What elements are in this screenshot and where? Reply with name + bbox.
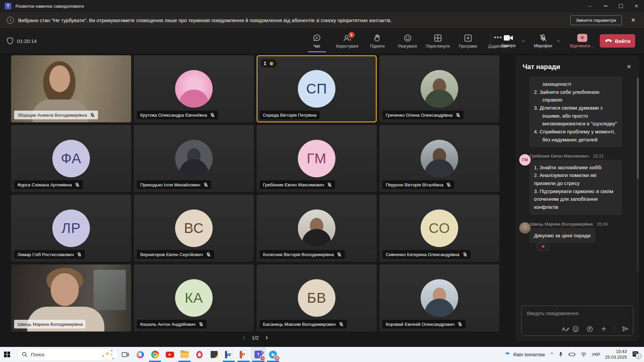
participant-tile[interactable]: Перунок Вікторія Віталіївна bbox=[379, 125, 499, 192]
window-title: Розвиток навичок самодопомоги bbox=[15, 4, 84, 9]
participant-tile[interactable]: ГМ Гребінник Євген Максимович bbox=[257, 125, 377, 192]
grid-pagination: ‹ 1/2 › bbox=[243, 334, 268, 341]
window-maximize-button[interactable] bbox=[613, 0, 629, 12]
tab-apps[interactable]: Програми bbox=[453, 28, 483, 54]
teams-button[interactable]: T 4 bbox=[251, 347, 266, 362]
umbrella-rain-icon: ☂ bbox=[504, 351, 510, 358]
search-highlights-sparkle-icon[interactable]: ✦✦✦ bbox=[102, 351, 112, 359]
tab-react[interactable]: Реагувати bbox=[392, 28, 423, 54]
change-settings-button[interactable]: Змінити параметри bbox=[570, 15, 622, 25]
tab-participants[interactable]: 1 Користувачі bbox=[332, 28, 362, 54]
tab-label: Підняти bbox=[370, 44, 385, 49]
recall-button[interactable]: ✕ Відкликати ... bbox=[567, 28, 598, 54]
message-bubble: Дякуємо за цінні поради bbox=[529, 228, 595, 243]
people-icon: 1 bbox=[343, 34, 352, 42]
chat-input-box[interactable]: Введіть повідомлення A bbox=[521, 306, 633, 336]
participant-grid: Зборщик Анжела Володимирівна Крутова Оле… bbox=[11, 55, 499, 331]
page-prev-icon[interactable]: ‹ bbox=[243, 334, 245, 341]
camera-dropdown-chevron-icon[interactable]: ⌄ bbox=[521, 38, 526, 43]
chat-message-list[interactable]: захищеності 2. Зайняти себе улюбленою сп… bbox=[519, 76, 635, 302]
participant-name: Приходько Ілля Михайлович bbox=[140, 182, 200, 187]
taskbar-clock[interactable]: 15:43 25.03.2025 bbox=[605, 349, 627, 360]
mic-muted-icon bbox=[446, 182, 451, 187]
word-button[interactable]: W bbox=[221, 347, 236, 362]
participants-count-badge: 1 bbox=[348, 31, 355, 39]
search-placeholder: Поиск bbox=[31, 352, 44, 357]
participant-tile[interactable]: ВС Вернигоров Євген Сергійович bbox=[134, 195, 254, 262]
tab-chat[interactable]: Чат bbox=[302, 28, 332, 54]
window-close-button[interactable]: ✕ bbox=[629, 0, 644, 12]
chat-close-icon[interactable]: ✕ bbox=[623, 62, 635, 72]
tab-label: Програми bbox=[459, 44, 477, 49]
participant-tile[interactable]: Колесник Вікторія Володимирівна bbox=[257, 195, 377, 262]
copilot-button[interactable] bbox=[133, 347, 148, 362]
attach-plus-icon[interactable] bbox=[600, 325, 607, 332]
mic-muted-icon bbox=[337, 252, 342, 257]
loop-component-icon[interactable] bbox=[586, 325, 593, 333]
tab-view[interactable]: Переглянути bbox=[423, 28, 453, 54]
participant-tile[interactable]: Крутова Олександра Євгеніївна bbox=[134, 55, 254, 122]
tray-mic-icon[interactable] bbox=[558, 352, 563, 358]
participant-tile-raised-hand[interactable]: 1 СП Середа Вікторія Петрівна bbox=[257, 55, 377, 122]
format-icon[interactable]: A bbox=[562, 326, 565, 331]
tray-battery-icon[interactable] bbox=[568, 352, 576, 357]
notification-center-button[interactable]: 1 bbox=[633, 351, 640, 358]
page-next-icon[interactable]: › bbox=[265, 334, 268, 341]
emoji-icon[interactable] bbox=[572, 325, 579, 333]
participant-tile[interactable]: Приходько Ілля Михайлович bbox=[134, 125, 254, 192]
start-button[interactable] bbox=[0, 347, 14, 362]
participant-tile[interactable]: Коровай Євгеній Олександрович bbox=[379, 264, 499, 331]
weather-widget[interactable]: ☂ Rain tomorrow bbox=[504, 351, 545, 358]
weather-text: Rain tomorrow bbox=[513, 352, 545, 357]
participant-name: Вернигоров Євген Сергійович bbox=[140, 252, 203, 257]
participant-tile[interactable]: Греченко Олена Олександрівна bbox=[379, 55, 499, 122]
heart-reaction-badge[interactable]: ♥ bbox=[537, 242, 549, 251]
participant-tile[interactable]: СО Сивченко Катерина Олександрівна bbox=[379, 195, 499, 262]
camera-icon bbox=[503, 34, 514, 42]
grid-view-icon bbox=[434, 34, 442, 42]
participant-initials-avatar: ЛР bbox=[52, 209, 90, 247]
youtube-button[interactable] bbox=[162, 347, 177, 362]
file-explorer-button[interactable] bbox=[177, 347, 192, 362]
meeting-toolbar: 01:20:14 Чат 1 Користувачі Підняти bbox=[0, 28, 644, 54]
tray-wifi-icon[interactable] bbox=[581, 352, 587, 357]
taskbar-search-box[interactable]: Поиск ✦✦✦ bbox=[17, 349, 118, 361]
participant-tile[interactable]: КА Кошель Антон Андрійович bbox=[134, 264, 254, 331]
meeting-chat-panel: Чат наради ✕ захищеності 2. Зайняти себе… bbox=[515, 56, 639, 341]
window-more-button[interactable]: ⋯ bbox=[582, 0, 598, 12]
chat-bubble-icon bbox=[313, 34, 321, 42]
participant-tile[interactable]: ЛР Лимар Гліб Ростиславович bbox=[11, 195, 131, 262]
mic-dropdown-chevron-icon[interactable]: ⌄ bbox=[556, 38, 561, 43]
powerpoint-button[interactable]: P bbox=[236, 347, 251, 362]
microphone-button[interactable]: Мікрофон bbox=[530, 28, 556, 54]
participant-initials-avatar: ГМ bbox=[298, 140, 335, 177]
chat-message: Швець Марина Володимирівна 15:24 Дякуємо… bbox=[519, 222, 635, 251]
keyboard-language[interactable]: УКР bbox=[592, 352, 600, 357]
info-icon: i bbox=[7, 17, 14, 24]
avatar: ГМ bbox=[519, 154, 531, 166]
mic-muted-icon bbox=[339, 322, 344, 327]
tray-expand-chevron-icon[interactable]: ⌃ bbox=[549, 352, 554, 357]
participant-name: Перунок Вікторія Віталіївна bbox=[386, 182, 443, 187]
banner-close-icon[interactable]: ✕ bbox=[627, 14, 639, 26]
chrome-button[interactable] bbox=[148, 347, 162, 362]
tab-raise-hand[interactable]: Підняти bbox=[362, 28, 392, 54]
windows-logo-icon bbox=[4, 352, 10, 358]
opera-button[interactable] bbox=[192, 347, 207, 362]
participant-tile[interactable]: Швець Марина Володимирівна bbox=[11, 264, 131, 331]
participant-tile[interactable]: ФА Фурса Сніжана Артемівна bbox=[11, 125, 131, 192]
participant-avatar bbox=[175, 70, 213, 108]
leave-button[interactable]: Вийти bbox=[600, 34, 635, 48]
participant-tile[interactable]: БВ Басанець Максим Володимирович bbox=[257, 264, 377, 331]
chat-scrollbar-thumb[interactable] bbox=[637, 78, 639, 178]
mic-muted-icon bbox=[90, 113, 95, 118]
clock-date: 25.03.2025 bbox=[605, 355, 627, 360]
camera-label: Камера bbox=[501, 43, 516, 48]
window-minimize-button[interactable] bbox=[598, 0, 613, 12]
notes-app-button[interactable] bbox=[207, 347, 221, 362]
participant-tile[interactable]: Зборщик Анжела Володимирівна bbox=[11, 55, 131, 122]
camera-button[interactable]: Камера bbox=[496, 28, 521, 54]
telegram-button[interactable]: 32 bbox=[266, 347, 280, 362]
task-view-button[interactable] bbox=[118, 347, 133, 362]
send-icon[interactable] bbox=[622, 325, 629, 333]
